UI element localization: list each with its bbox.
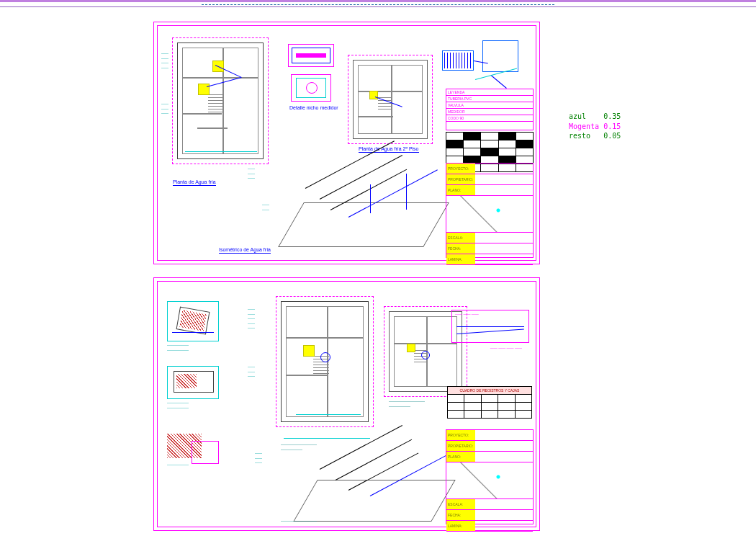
detail-nicho-top (288, 44, 334, 67)
detail-vent-label: —————— (167, 462, 189, 468)
floor-plan-sanitarias-1 (281, 301, 369, 422)
dim-notes-b2: —————— (248, 365, 255, 379)
detail-caja-registro (167, 301, 219, 341)
detail-sumidero (167, 366, 219, 399)
key-magenta-label: Mogenta (569, 122, 599, 130)
seccion-dims: —— —— —— —— (490, 346, 522, 351)
dim-notes-2: —————— (161, 102, 168, 116)
dim-notes-1: ———————— (161, 51, 168, 70)
label-planta-agua-fria: Planta de Agua fría (173, 179, 216, 186)
title-block-sheet1: PROYECTO: PROPIETARIO: PLANO: ESCALA: FE… (446, 163, 534, 258)
sewer-run-1 (284, 438, 370, 439)
window-top-border (0, 0, 756, 7)
floor-plan-agua-fria-1 (177, 43, 264, 159)
detail-ventilacion (192, 441, 219, 464)
label-detalle-nicho: Detalle nicho medidor (289, 105, 338, 110)
detail-nicho-bottom (291, 74, 331, 102)
isometric-desague: —————— (276, 451, 456, 527)
title-block-sheet2: PROYECTO: PROPIETARIO: PLANO: ESCALA: FE… (446, 429, 534, 524)
label-isometrico: Isométrico de Agua fría (219, 247, 271, 254)
key-azul-label: azul (569, 112, 586, 120)
registers-table: CUADRO DE REGISTROS Y CAJAS (447, 386, 532, 419)
drawing-sheet-2: ———————————— ———————————— —————— ———————… (153, 277, 540, 531)
key-resto-val: 0.05 (603, 132, 621, 140)
seccion-longitudinal: —— —— —— (451, 310, 529, 343)
detail-caja-label: ———————————— (167, 343, 189, 352)
isometric-agua-fria: —————— ———— (262, 159, 449, 253)
legend-materials: LEYENDA TUBERIA PVC VALVULA MEDIDOR CODO… (446, 89, 534, 130)
label-iso-desague: —————————— (281, 519, 317, 524)
detail-sumidero-label: ———————————— (167, 401, 189, 410)
label-planta-2do: Planta de Agua fría 2º Piso (359, 146, 419, 153)
key-resto-label: resto (569, 132, 590, 140)
label-sanitarias-2: ———————————————— (389, 399, 425, 408)
key-magenta-val: 0.15 (603, 122, 621, 130)
drawing-sheet-1: ———————— —————— Planta de Agua fría Deta… (153, 22, 540, 264)
dim-notes-b1: —————————— (248, 307, 255, 331)
lineweight-key: azul 0.35 Mogenta 0.15 resto 0.05 (569, 112, 621, 141)
key-azul-val: 0.35 (603, 112, 621, 120)
site-key-plan (438, 35, 526, 86)
floor-plan-agua-fria-2 (353, 60, 428, 139)
